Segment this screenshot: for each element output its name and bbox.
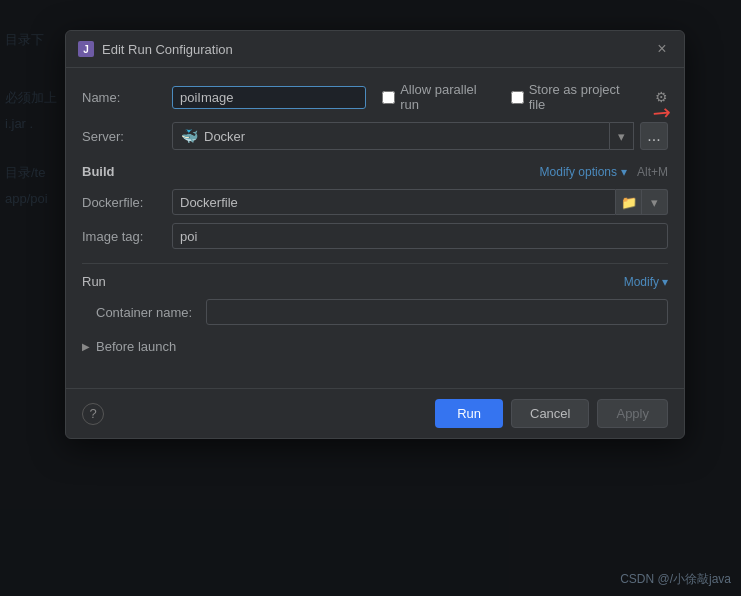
watermark: CSDN @/小徐敲java [620, 571, 731, 588]
before-launch-row: ▶ Before launch [82, 339, 668, 354]
modify-options-link[interactable]: Modify options ▾ [540, 165, 627, 179]
edit-run-config-dialog: J Edit Run Configuration × Name: Allow p… [65, 30, 685, 439]
modify-options-group: Modify options ▾ Alt+M [540, 165, 668, 179]
dialog-titlebar: J Edit Run Configuration × [66, 31, 684, 68]
name-label: Name: [82, 90, 172, 105]
section-divider [82, 263, 668, 264]
dialog-title-left: J Edit Run Configuration [78, 41, 233, 57]
before-launch-toggle-icon[interactable]: ▶ [82, 341, 90, 352]
build-section-title: Build [82, 164, 115, 179]
store-project-checkbox[interactable] [511, 91, 524, 104]
server-select-value: Docker [204, 129, 245, 144]
dockerfile-row: Dockerfile: 📁 ▾ [82, 189, 668, 215]
docker-icon: 🐳 [181, 128, 198, 144]
gear-icon[interactable]: ⚙ [655, 89, 668, 105]
name-row: Name: Allow parallel run Store as projec… [82, 82, 668, 112]
run-section-header: Run Modify ▾ [82, 274, 668, 289]
cancel-button[interactable]: Cancel [511, 399, 589, 428]
dockerfile-input[interactable] [172, 189, 616, 215]
footer-right: Run Cancel Apply [435, 399, 668, 428]
dockerfile-label: Dockerfile: [82, 195, 172, 210]
imagetag-input[interactable] [172, 223, 668, 249]
chevron-down-icon: ▾ [651, 195, 658, 210]
server-select[interactable]: 🐳 Docker [172, 122, 610, 150]
imagetag-row: Image tag: [82, 223, 668, 249]
allow-parallel-checkbox[interactable] [382, 91, 395, 104]
server-more-button[interactable]: ... ↙ [640, 122, 668, 150]
allow-parallel-label[interactable]: Allow parallel run [382, 82, 495, 112]
run-section-title: Run [82, 274, 106, 289]
server-label: Server: [82, 129, 172, 144]
build-section-header: Build Modify options ▾ Alt+M [82, 164, 668, 179]
server-select-wrapper: 🐳 Docker ▾ ... ↙ [172, 122, 668, 150]
dialog-app-icon: J [78, 41, 94, 57]
modify-shortcut: Alt+M [637, 165, 668, 179]
dockerfile-folder-button[interactable]: 📁 [616, 189, 642, 215]
container-name-row: Container name: [82, 299, 668, 325]
dockerfile-input-wrapper: 📁 ▾ [172, 189, 668, 215]
help-button[interactable]: ? [82, 403, 104, 425]
container-name-input[interactable] [206, 299, 668, 325]
server-dropdown-arrow[interactable]: ▾ [610, 122, 634, 150]
imagetag-label: Image tag: [82, 229, 172, 244]
dialog-title-text: Edit Run Configuration [102, 42, 233, 57]
apply-button[interactable]: Apply [597, 399, 668, 428]
run-button[interactable]: Run [435, 399, 503, 428]
close-button[interactable]: × [652, 39, 672, 59]
checkbox-group: Allow parallel run Store as project file… [382, 82, 668, 112]
server-row: Server: 🐳 Docker ▾ ... ↙ [82, 122, 668, 150]
dialog-footer: ? Run Cancel Apply [66, 388, 684, 438]
dialog-body: Name: Allow parallel run Store as projec… [66, 68, 684, 382]
folder-icon: 📁 [621, 195, 637, 210]
modify-run-link[interactable]: Modify ▾ [624, 275, 668, 289]
store-project-label[interactable]: Store as project file [511, 82, 635, 112]
container-label: Container name: [96, 305, 206, 320]
before-launch-label: Before launch [96, 339, 176, 354]
name-input[interactable] [172, 86, 366, 109]
dockerfile-dropdown-button[interactable]: ▾ [642, 189, 668, 215]
